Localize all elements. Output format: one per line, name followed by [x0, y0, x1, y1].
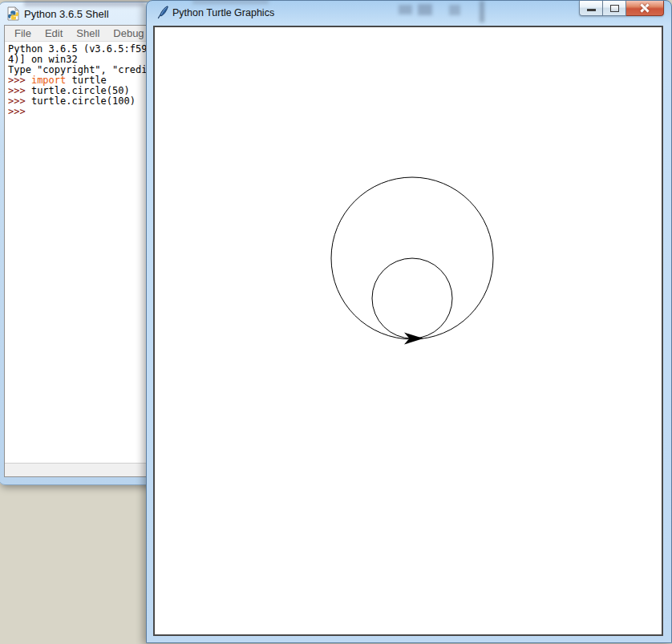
- menu-file[interactable]: File: [10, 27, 36, 39]
- tk-feather-icon: [157, 6, 169, 19]
- turtle-window-title: Python Turtle Graphics: [172, 7, 274, 18]
- turtle-graphics-window: Python Turtle Graphics: [146, 0, 672, 643]
- turtle-canvas: [155, 27, 663, 636]
- menu-debug[interactable]: Debug: [108, 27, 148, 39]
- maximize-button[interactable]: [603, 1, 626, 16]
- turtle-circle: [372, 258, 452, 338]
- maximize-icon: [610, 5, 619, 12]
- menu-edit[interactable]: Edit: [40, 27, 67, 39]
- minimize-button[interactable]: [579, 1, 603, 16]
- idle-python-file-icon: [6, 6, 20, 21]
- shell-window-title: Python 3.6.5 Shell: [24, 8, 109, 20]
- close-icon: [639, 2, 651, 14]
- turtle-canvas-frame: [153, 26, 663, 636]
- desktop: { "shell_window": { "title": "Python 3.6…: [0, 0, 672, 644]
- close-button[interactable]: [626, 1, 664, 16]
- window-controls: [579, 1, 664, 16]
- minimize-icon: [587, 9, 596, 11]
- turtle-titlebar[interactable]: Python Turtle Graphics: [147, 1, 671, 25]
- menu-shell[interactable]: Shell: [71, 27, 104, 39]
